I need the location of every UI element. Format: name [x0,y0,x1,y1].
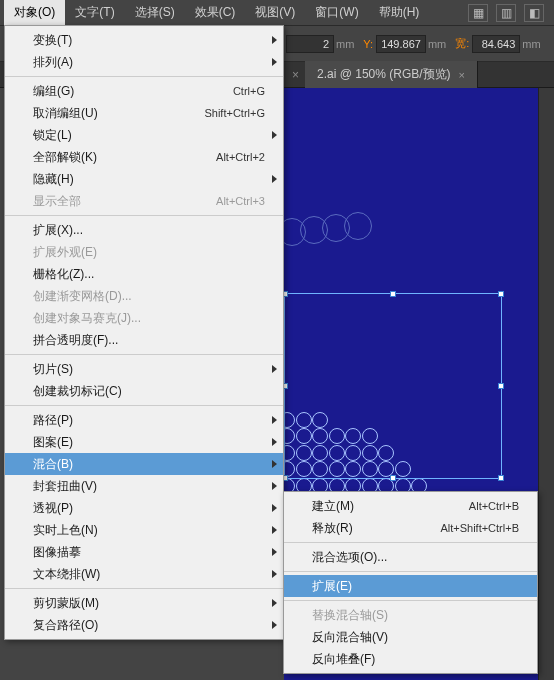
object-menu-item[interactable]: 排列(A) [5,51,283,73]
chevron-right-icon [272,482,277,490]
chevron-right-icon [272,175,277,183]
chevron-right-icon [272,504,277,512]
menu-label: 剪切蒙版(M) [33,595,265,611]
blend-menu-item[interactable]: 反向堆叠(F) [284,648,537,670]
menubar-item-select[interactable]: 选择(S) [125,0,185,26]
tab-close-icon[interactable]: × [459,69,465,81]
object-menu-item[interactable]: 创建裁切标记(C) [5,380,283,402]
handle-mid-right[interactable] [498,383,504,389]
menu-shortcut: Alt+Ctrl+3 [216,193,265,209]
object-menu-item[interactable]: 变换(T) [5,29,283,51]
object-menu-item[interactable]: 锁定(L) [5,124,283,146]
x-unit: mm [336,38,360,50]
menu-label: 锁定(L) [33,127,265,143]
menubar-item-view[interactable]: 视图(V) [245,0,305,26]
handle-top-left[interactable] [284,291,288,297]
tab-close-prev[interactable]: × [286,68,305,82]
blend-submenu: 建立(M)Alt+Ctrl+B释放(R)Alt+Shift+Ctrl+B混合选项… [283,491,538,674]
w-value[interactable]: 84.643 [472,35,520,53]
object-menu-item[interactable]: 混合(B) [5,453,283,475]
object-menu-item[interactable]: 实时上色(N) [5,519,283,541]
object-menu-item[interactable]: 封套扭曲(V) [5,475,283,497]
menu-label: 显示全部 [33,193,216,209]
menu-label: 切片(S) [33,361,265,377]
menu-shortcut: Alt+Ctrl+B [469,498,519,514]
layout-icon-2[interactable]: ▥ [496,4,516,22]
object-menu-item[interactable]: 切片(S) [5,358,283,380]
menu-label: 创建裁切标记(C) [33,383,265,399]
x-value[interactable]: 2 [286,35,334,53]
menu-label: 释放(R) [312,520,440,536]
blend-menu-item[interactable]: 扩展(E) [284,575,537,597]
y-label: Y: [360,38,376,50]
menubar-item-type[interactable]: 文字(T) [65,0,124,26]
menu-label: 扩展外观(E) [33,244,265,260]
menu-label: 全部解锁(K) [33,149,216,165]
handle-bottom-mid[interactable] [390,475,396,481]
handle-top-right[interactable] [498,291,504,297]
object-menu-item[interactable]: 路径(P) [5,409,283,431]
blend-menu-item[interactable]: 释放(R)Alt+Shift+Ctrl+B [284,517,537,539]
object-menu-item[interactable]: 全部解锁(K)Alt+Ctrl+2 [5,146,283,168]
chevron-right-icon [272,365,277,373]
handle-mid-left[interactable] [284,383,288,389]
object-menu-item: 显示全部Alt+Ctrl+3 [5,190,283,212]
blend-menu-item[interactable]: 混合选项(O)... [284,546,537,568]
chevron-right-icon [272,416,277,424]
object-menu-item[interactable]: 隐藏(H) [5,168,283,190]
handle-top-mid[interactable] [390,291,396,297]
object-menu-item[interactable]: 透视(P) [5,497,283,519]
object-menu-item[interactable]: 栅格化(Z)... [5,263,283,285]
selection-box[interactable] [284,293,502,479]
menubar-item-window[interactable]: 窗口(W) [305,0,368,26]
object-menu-item[interactable]: 图像描摹 [5,541,283,563]
object-menu-item: 创建渐变网格(D)... [5,285,283,307]
menu-label: 扩展(X)... [33,222,265,238]
menu-shortcut: Alt+Ctrl+2 [216,149,265,165]
scrollbar-vertical[interactable] [538,88,554,680]
object-menu-item[interactable]: 复合路径(O) [5,614,283,636]
menubar-item-help[interactable]: 帮助(H) [369,0,430,26]
menu-label: 拼合透明度(F)... [33,332,265,348]
document-tab[interactable]: 2.ai @ 150% (RGB/预览) × [305,61,478,88]
menu-label: 复合路径(O) [33,617,265,633]
menu-label: 实时上色(N) [33,522,265,538]
menu-label: 文本绕排(W) [33,566,265,582]
handle-bottom-left[interactable] [284,475,288,481]
handle-bottom-right[interactable] [498,475,504,481]
menu-label: 图案(E) [33,434,265,450]
menubar-tools: ▦ ▥ ◧ [468,4,550,22]
object-menu-item[interactable]: 图案(E) [5,431,283,453]
menubar-item-effect[interactable]: 效果(C) [185,0,246,26]
chevron-right-icon [272,621,277,629]
object-menu-item[interactable]: 剪切蒙版(M) [5,592,283,614]
menu-label: 混合(B) [33,456,265,472]
object-menu-item[interactable]: 取消编组(U)Shift+Ctrl+G [5,102,283,124]
chevron-right-icon [272,599,277,607]
object-menu-item[interactable]: 拼合透明度(F)... [5,329,283,351]
object-menu: 变换(T)排列(A)编组(G)Ctrl+G取消编组(U)Shift+Ctrl+G… [4,25,284,640]
menu-label: 排列(A) [33,54,265,70]
layout-icon-1[interactable]: ▦ [468,4,488,22]
chevron-right-icon [272,460,277,468]
object-menu-item[interactable]: 扩展(X)... [5,219,283,241]
object-menu-item[interactable]: 编组(G)Ctrl+G [5,80,283,102]
blend-menu-item[interactable]: 建立(M)Alt+Ctrl+B [284,495,537,517]
chevron-right-icon [272,548,277,556]
y-unit: mm [428,38,452,50]
menu-label: 栅格化(Z)... [33,266,265,282]
blend-menu-item[interactable]: 反向混合轴(V) [284,626,537,648]
menu-label: 混合选项(O)... [312,549,519,565]
y-value[interactable]: 149.867 [376,35,426,53]
chevron-right-icon [272,526,277,534]
menu-label: 编组(G) [33,83,233,99]
menu-label: 创建渐变网格(D)... [33,288,265,304]
object-menu-item[interactable]: 文本绕排(W) [5,563,283,585]
chevron-right-icon [272,570,277,578]
menu-label: 取消编组(U) [33,105,204,121]
w-unit: mm [522,38,546,50]
object-menu-item: 创建对象马赛克(J)... [5,307,283,329]
chevron-right-icon [272,131,277,139]
menubar-item-object[interactable]: 对象(O) [4,0,65,26]
layout-icon-3[interactable]: ◧ [524,4,544,22]
